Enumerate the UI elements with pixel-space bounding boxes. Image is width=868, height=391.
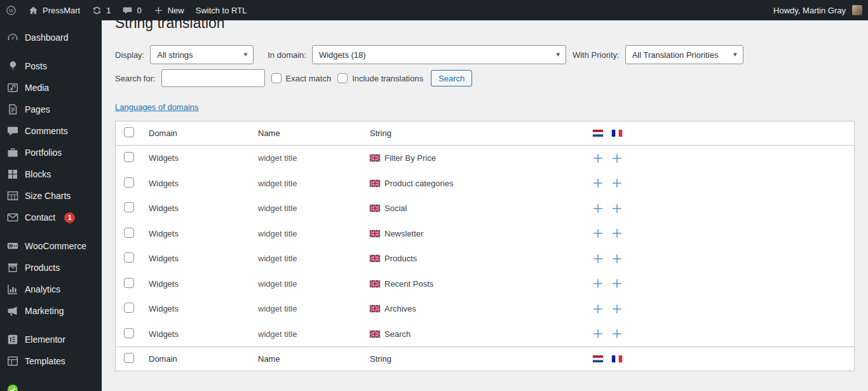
chevron-down-icon: ▾ [556,50,560,58]
include-translations-checkbox[interactable] [337,73,348,83]
row-checkbox[interactable] [124,202,134,212]
add-translation-nl-button[interactable] [592,278,604,289]
uk-flag-icon [370,205,380,212]
row-string: Filter By Price [384,153,436,163]
add-translation-fr-button[interactable] [611,203,623,214]
row-checkbox[interactable] [124,328,134,338]
table-row: Widgets widget title Social [116,196,854,221]
row-checkbox[interactable] [124,177,134,188]
with-priority-label: With Priority: [573,50,620,60]
main-content: String translation Display: All strings … [102,0,868,371]
search-for-label: Search for: [115,74,156,83]
sidebar-item-products[interactable]: Products [0,257,102,278]
search-input[interactable] [161,69,265,87]
display-label: Display: [115,50,144,60]
sidebar-item-media[interactable]: Media [0,77,102,99]
howdy-menu[interactable]: Howdy, Martin Gray [768,0,868,20]
add-translation-fr-button[interactable] [611,278,623,289]
row-checkbox[interactable] [124,152,134,162]
add-translation-fr-button[interactable] [611,253,623,264]
comments-menu[interactable]: 0 [116,0,147,20]
sidebar-item-plugin[interactable] [0,379,102,391]
display-select[interactable]: All strings ▾ [150,45,254,64]
add-translation-nl-button[interactable] [592,303,604,315]
sidebar-item-woocommerce[interactable]: WooCommerce [0,235,102,257]
sidebar-item-blocks[interactable]: Blocks [0,163,102,185]
row-name: widget title [250,229,362,238]
column-domain: Domain [141,128,250,138]
add-translation-nl-button[interactable] [592,177,604,189]
menu-label: Media [25,81,49,94]
row-domain: Widgets [141,329,250,339]
site-name-menu[interactable]: PressMart [22,0,86,20]
row-domain: Widgets [141,279,250,289]
row-domain: Widgets [141,153,250,163]
row-checkbox[interactable] [124,303,134,313]
column-string-footer: String [362,354,588,364]
row-string: Search [384,329,410,339]
sidebar-item-size-charts[interactable]: Size Charts [0,185,102,207]
sidebar-item-dashboard[interactable]: Dashboard [0,27,102,48]
row-name: widget title [250,153,362,163]
fr-flag-icon [612,355,622,362]
add-translation-nl-button[interactable] [592,328,604,340]
in-domain-select[interactable]: Widgets (18) ▾ [312,45,566,64]
table-row: Widgets widget title Products [116,246,854,271]
sidebar-item-analytics[interactable]: Analytics [0,278,102,300]
uk-flag-icon [370,154,380,161]
sidebar-item-posts[interactable]: Posts [0,55,102,77]
select-all-checkbox[interactable] [124,127,134,137]
add-translation-fr-button[interactable] [611,328,623,340]
strings-table: Domain Name String Widgets widget title … [115,121,855,371]
row-name: widget title [250,329,362,339]
sidebar-item-pages[interactable]: Pages [0,99,102,120]
add-translation-fr-button[interactable] [611,177,623,189]
table-header: Domain Name String [116,121,854,146]
menu-label: Dashboard [25,31,69,44]
select-all-checkbox-footer[interactable] [124,353,134,363]
sidebar-item-portfolios[interactable]: Portfolios [0,142,102,163]
switch-rtl-button[interactable]: Switch to RTL [190,0,253,20]
include-translations-option[interactable]: Include translations [337,73,423,83]
add-translation-fr-button[interactable] [611,153,623,164]
new-content-menu[interactable]: New [147,0,190,20]
add-translation-fr-button[interactable] [611,228,623,239]
sidebar-item-templates[interactable]: Templates [0,350,102,372]
updates-count: 1 [106,6,111,15]
row-name: widget title [250,254,362,263]
uk-flag-icon [370,230,380,237]
sidebar-item-marketing[interactable]: Marketing [0,300,102,322]
pages-icon [6,103,19,116]
fr-flag-icon [612,130,622,137]
site-name-label: PressMart [43,6,80,15]
menu-label: Elementor [25,333,65,346]
menu-label: Analytics [25,283,60,296]
uk-flag-icon [370,255,380,262]
languages-of-domains-link[interactable]: Languages of domains [115,102,199,112]
uk-flag-icon [370,180,380,187]
updates-menu[interactable]: 1 [86,0,116,20]
row-checkbox[interactable] [124,278,134,288]
priority-select[interactable]: All Translation Priorities ▾ [625,45,743,64]
add-translation-nl-button[interactable] [592,253,604,264]
wordpress-menu[interactable]: W [0,0,22,20]
nl-flag-icon [593,355,603,362]
sidebar-item-comments[interactable]: Comments [0,120,102,142]
add-translation-nl-button[interactable] [592,228,604,239]
table-row: Widgets widget title Archives [116,296,854,322]
exact-match-checkbox[interactable] [271,73,281,83]
row-checkbox[interactable] [124,252,134,263]
sidebar-item-elementor[interactable]: Elementor [0,329,102,350]
add-translation-nl-button[interactable] [592,203,604,214]
search-button[interactable]: Search [431,70,472,86]
avatar [852,5,862,15]
add-translation-nl-button[interactable] [592,153,604,164]
add-translation-fr-button[interactable] [611,303,623,315]
row-string: Recent Posts [384,279,433,289]
comments-bubble-icon [122,5,133,16]
admin-bar: W PressMart 1 0 New Switch to RTL Howdy,… [0,0,868,20]
exact-match-option[interactable]: Exact match [271,73,332,83]
portfolio-icon [6,146,19,159]
sidebar-item-contact[interactable]: Contact 1 [0,207,102,228]
row-checkbox[interactable] [124,228,134,238]
